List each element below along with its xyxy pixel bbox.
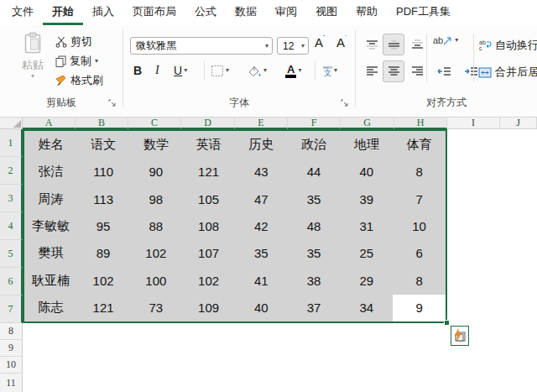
- row-header-11[interactable]: 11: [0, 374, 23, 392]
- cell-H1[interactable]: 体育: [393, 131, 446, 158]
- column-header-C[interactable]: C: [128, 118, 181, 129]
- tab-review[interactable]: 审阅: [266, 0, 306, 25]
- cell-H5[interactable]: 6: [393, 240, 446, 267]
- row-header-10[interactable]: 10: [0, 357, 23, 374]
- cell-D4[interactable]: 108: [182, 212, 235, 239]
- align-middle-button[interactable]: [383, 34, 404, 55]
- cell-B2[interactable]: 110: [77, 158, 130, 185]
- tab-view[interactable]: 视图: [306, 0, 347, 25]
- row-header-1[interactable]: 1: [0, 129, 23, 157]
- italic-button[interactable]: I: [155, 60, 159, 81]
- cell-D7[interactable]: 109: [182, 295, 235, 321]
- cell-G7[interactable]: 34: [341, 295, 394, 321]
- cell-A6[interactable]: 耿亚楠: [24, 267, 77, 294]
- increase-font-size-button[interactable]: Aˆ: [315, 35, 326, 50]
- cell-C5[interactable]: 102: [130, 240, 183, 267]
- decrease-indent-button[interactable]: [433, 60, 455, 82]
- cell-A2[interactable]: 张洁: [24, 158, 77, 185]
- cell-C7[interactable]: 73: [130, 295, 183, 321]
- tab-help[interactable]: 帮助: [347, 0, 387, 25]
- cell-G4[interactable]: 31: [341, 212, 394, 239]
- cut-button[interactable]: 剪切: [55, 34, 92, 50]
- row-header-4[interactable]: 4: [0, 212, 23, 240]
- cell-E2[interactable]: 43: [235, 158, 288, 185]
- merge-center-button[interactable]: 合并后居中: [478, 64, 537, 81]
- column-header-B[interactable]: B: [76, 118, 128, 129]
- row-header-3[interactable]: 3: [0, 185, 23, 212]
- cell-D1[interactable]: 英语: [182, 131, 235, 158]
- column-header-G[interactable]: G: [341, 118, 394, 129]
- paste-button[interactable]: 粘贴 ▾: [13, 32, 52, 94]
- cell-B3[interactable]: 113: [77, 186, 130, 212]
- wrap-text-button[interactable]: ab c 自动换行: [478, 37, 537, 54]
- cell-G6[interactable]: 29: [341, 267, 394, 294]
- copy-button[interactable]: 复制 ▾: [55, 53, 98, 70]
- row-header-6[interactable]: 6: [0, 268, 23, 295]
- align-bottom-button[interactable]: [406, 34, 428, 55]
- tab-page-layout[interactable]: 页面布局: [123, 0, 185, 25]
- cell-A4[interactable]: 李敏敏: [24, 212, 77, 239]
- select-all-button[interactable]: [0, 118, 23, 129]
- cell-E3[interactable]: 47: [235, 186, 288, 212]
- cell-G1[interactable]: 地理: [341, 131, 394, 158]
- cell-E1[interactable]: 历史: [235, 131, 288, 158]
- column-header-J[interactable]: J: [500, 118, 537, 129]
- cell-C4[interactable]: 88: [130, 212, 183, 239]
- cell-F1[interactable]: 政治: [288, 131, 341, 158]
- row-header-2[interactable]: 2: [0, 157, 23, 185]
- dialog-launcher-icon[interactable]: [108, 99, 117, 107]
- column-header-E[interactable]: E: [235, 118, 288, 129]
- tab-insert[interactable]: 插入: [83, 0, 123, 25]
- tab-home[interactable]: 开始: [43, 0, 83, 25]
- dialog-launcher-icon[interactable]: [341, 99, 349, 107]
- cell-A7[interactable]: 陈志: [24, 295, 77, 321]
- borders-button[interactable]: ▾: [211, 60, 229, 81]
- cell-F6[interactable]: 38: [288, 267, 341, 294]
- align-top-button[interactable]: [361, 34, 383, 55]
- column-header-I[interactable]: I: [447, 118, 500, 129]
- cell-B4[interactable]: 95: [77, 212, 130, 239]
- tab-data[interactable]: 数据: [226, 0, 266, 25]
- cell-E7[interactable]: 40: [235, 295, 288, 321]
- bold-button[interactable]: B: [133, 60, 142, 81]
- column-header-H[interactable]: H: [394, 118, 447, 129]
- underline-button[interactable]: U ▾: [174, 60, 187, 81]
- cell-B5[interactable]: 89: [77, 240, 130, 267]
- cell-A3[interactable]: 周涛: [24, 186, 77, 212]
- cell-F3[interactable]: 35: [288, 186, 341, 212]
- row-header-8[interactable]: 8: [0, 323, 23, 340]
- align-center-button[interactable]: [383, 60, 404, 82]
- paste-options-button[interactable]: [451, 326, 469, 346]
- phonetic-guide-button[interactable]: wén文 ▾: [323, 60, 337, 81]
- tab-file[interactable]: 文件: [3, 0, 43, 25]
- cell-B6[interactable]: 102: [77, 267, 130, 294]
- cell-F4[interactable]: 48: [288, 212, 341, 239]
- cell-H4[interactable]: 10: [393, 212, 446, 239]
- cell-A1[interactable]: 姓名: [24, 131, 77, 158]
- cell-D5[interactable]: 107: [182, 240, 235, 267]
- row-header-9[interactable]: 9: [0, 340, 23, 357]
- cell-C6[interactable]: 100: [130, 267, 183, 294]
- cell-C1[interactable]: 数学: [130, 131, 183, 158]
- font-color-button[interactable]: A ▾: [285, 60, 301, 81]
- cell-H3[interactable]: 7: [393, 186, 446, 212]
- column-header-A[interactable]: A: [23, 118, 76, 129]
- cell-E6[interactable]: 41: [235, 267, 288, 294]
- cell-C2[interactable]: 90: [130, 158, 183, 185]
- font-name-combo[interactable]: 微软雅黑 ▾: [130, 37, 273, 55]
- font-size-combo[interactable]: 12 ▾: [277, 37, 309, 55]
- cell-G2[interactable]: 40: [341, 158, 394, 185]
- cell-E5[interactable]: 35: [235, 240, 288, 267]
- cell-C3[interactable]: 98: [130, 186, 183, 212]
- cell-G5[interactable]: 25: [341, 240, 394, 267]
- cell-F7[interactable]: 37: [288, 295, 341, 321]
- row-header-5[interactable]: 5: [0, 240, 23, 268]
- align-left-button[interactable]: [361, 60, 383, 82]
- column-header-D[interactable]: D: [181, 118, 235, 129]
- cell-D3[interactable]: 105: [182, 186, 235, 212]
- tab-formulas[interactable]: 公式: [185, 0, 226, 25]
- cell-F2[interactable]: 44: [288, 158, 341, 185]
- row-header-7[interactable]: 7: [0, 295, 23, 323]
- format-painter-button[interactable]: 格式刷: [55, 72, 103, 89]
- fill-handle[interactable]: [444, 320, 450, 326]
